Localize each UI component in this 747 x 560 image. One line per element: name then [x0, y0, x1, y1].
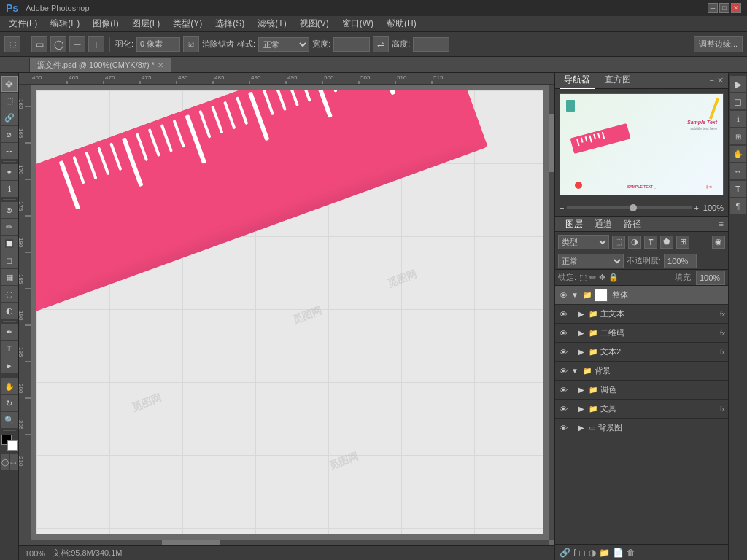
- screen-mode-button[interactable]: ▭: [10, 454, 18, 470]
- layer-expand-6[interactable]: ▶: [578, 386, 584, 394]
- background-color[interactable]: [7, 440, 18, 451]
- info-tool[interactable]: ℹ: [1, 181, 18, 197]
- tab-close-button[interactable]: ✕: [158, 61, 163, 69]
- document-canvas[interactable]: 觅图网 觅图网 觅图网 觅图网 觅图网 觅图网: [31, 85, 549, 540]
- eraser-tool[interactable]: ◻: [1, 252, 18, 268]
- vertical-scroll-thumb[interactable]: [549, 114, 554, 172]
- width-input[interactable]: [333, 37, 370, 52]
- style-select[interactable]: 正常 固定比例 固定大小: [258, 37, 309, 52]
- ellipse-select-icon[interactable]: ◯: [50, 36, 66, 52]
- color-swatches[interactable]: [1, 435, 18, 451]
- layer-expand-1[interactable]: ▼: [571, 291, 578, 299]
- layer-delete-icon[interactable]: 🗑: [627, 548, 635, 558]
- right-icon-2[interactable]: ◻: [730, 93, 746, 109]
- layer-new-icon[interactable]: 📄: [613, 548, 624, 558]
- layer-visibility-5[interactable]: 👁: [558, 366, 568, 376]
- spot-heal-tool[interactable]: ⊗: [1, 202, 18, 218]
- layer-visibility-6[interactable]: 👁: [558, 385, 568, 395]
- rect-select-icon[interactable]: ▭: [31, 36, 47, 52]
- menu-edit[interactable]: 编辑(E): [44, 16, 85, 31]
- lasso-tool[interactable]: 🔗: [1, 109, 18, 125]
- opacity-input[interactable]: [664, 254, 697, 268]
- nav-box-overlay[interactable]: [562, 96, 721, 193]
- filter-type-select[interactable]: 类型 名称 效果 模式 属性 颜色: [558, 235, 609, 249]
- type-tool[interactable]: T: [1, 341, 18, 357]
- layer-visibility-8[interactable]: 👁: [558, 423, 568, 433]
- move-tool[interactable]: ✥: [1, 76, 18, 92]
- layer-item-5[interactable]: 👁 ▼ 📁 背景: [555, 362, 728, 381]
- layer-group-icon[interactable]: 📁: [599, 548, 610, 558]
- feather-input[interactable]: [136, 37, 180, 52]
- document-tab[interactable]: 源文件.psd @ 100%(CMYK/8#) * ✕: [29, 58, 171, 72]
- layer-visibility-4[interactable]: 👁: [558, 347, 568, 357]
- gradient-tool[interactable]: ▦: [1, 269, 18, 285]
- blur-tool[interactable]: ◌: [1, 286, 18, 302]
- anti-alias-checkbox[interactable]: ☑: [183, 36, 199, 52]
- layer-visibility-2[interactable]: 👁: [558, 309, 568, 319]
- right-icon-5[interactable]: ✋: [730, 146, 746, 162]
- layer-mask-icon[interactable]: ◻: [578, 548, 586, 558]
- tab-navigator[interactable]: 导航器: [560, 72, 595, 89]
- menu-layer[interactable]: 图层(L): [126, 16, 166, 31]
- zoom-out-icon[interactable]: −: [560, 203, 564, 212]
- lock-transparent-icon[interactable]: ⬚: [579, 273, 587, 282]
- eyedropper-tool[interactable]: ✦: [1, 164, 18, 180]
- layer-expand-7[interactable]: ▶: [578, 405, 584, 413]
- filter-adjust-icon[interactable]: ◑: [628, 236, 641, 249]
- layer-expand-3[interactable]: ▶: [578, 329, 584, 337]
- zoom-slider[interactable]: [567, 206, 691, 209]
- lock-all-icon[interactable]: 🔒: [608, 273, 619, 282]
- path-select-tool[interactable]: ▸: [1, 357, 18, 373]
- layer-item-2[interactable]: 👁 ▶ 📁 主文本 fx: [555, 305, 728, 324]
- right-icon-6[interactable]: ↔: [730, 163, 746, 179]
- zoom-slider-thumb[interactable]: [630, 204, 637, 211]
- tab-layers[interactable]: 图层: [560, 217, 589, 232]
- layer-item-3[interactable]: 👁 ▶ 📁 二维码 fx: [555, 324, 728, 343]
- filter-smart-icon[interactable]: ⊞: [676, 236, 689, 249]
- right-icon-1[interactable]: ▶: [730, 76, 746, 92]
- menu-type[interactable]: 类型(Y): [167, 16, 208, 31]
- crop-tool[interactable]: ⊹: [1, 143, 18, 159]
- lock-image-icon[interactable]: ✏: [589, 273, 596, 282]
- canvas-viewport[interactable]: 160 165 170 175 180 185 190 195: [19, 85, 554, 545]
- layer-expand-2[interactable]: ▶: [578, 310, 584, 318]
- stamp-tool[interactable]: 🔲: [1, 236, 18, 252]
- panel-close-icon[interactable]: ✕: [717, 76, 724, 85]
- menu-view[interactable]: 视图(V): [294, 16, 335, 31]
- layer-item-1[interactable]: 👁 ▼ 📁 整体: [555, 286, 728, 305]
- quick-select-tool[interactable]: ⌀: [1, 126, 18, 142]
- zoom-in-icon[interactable]: +: [694, 203, 699, 212]
- layer-item-6[interactable]: 👁 ▶ 📁 调色: [555, 381, 728, 400]
- hand-tool[interactable]: ✋: [1, 378, 18, 394]
- menu-filter[interactable]: 滤镜(T): [252, 16, 292, 31]
- layer-item-4[interactable]: 👁 ▶ 📁 文本2 fx: [555, 343, 728, 362]
- layer-expand-5[interactable]: ▼: [571, 367, 578, 375]
- menu-file[interactable]: 文件(F): [3, 16, 43, 31]
- lock-position-icon[interactable]: ✥: [599, 273, 605, 282]
- layer-link-icon[interactable]: 🔗: [560, 548, 570, 558]
- blend-mode-select[interactable]: 正常 溶解 变暗 正片叠底 颜色加深: [558, 254, 624, 268]
- single-col-icon[interactable]: |: [88, 36, 104, 52]
- layer-visibility-3[interactable]: 👁: [558, 328, 568, 338]
- minimize-button[interactable]: ─: [708, 3, 718, 13]
- marquee-tool[interactable]: ⬚: [1, 93, 18, 109]
- panel-menu-icon[interactable]: ≡: [710, 76, 714, 85]
- height-input[interactable]: [413, 37, 449, 52]
- tab-histogram[interactable]: 直方图: [600, 72, 635, 89]
- layers-menu-icon[interactable]: ≡: [719, 219, 724, 228]
- window-controls[interactable]: ─ □ ✕: [708, 3, 741, 13]
- menu-select[interactable]: 选择(S): [209, 16, 250, 31]
- filter-type-icon[interactable]: T: [644, 236, 657, 249]
- single-row-icon[interactable]: —: [69, 36, 85, 52]
- maximize-button[interactable]: □: [719, 3, 729, 13]
- layer-item-7[interactable]: 👁 ▶ 📁 文具 fx: [555, 400, 728, 419]
- dodge-tool[interactable]: ◐: [1, 303, 18, 319]
- tab-paths[interactable]: 路径: [618, 217, 647, 232]
- right-icon-4[interactable]: ⊞: [730, 128, 746, 144]
- layer-adjust-icon[interactable]: ◑: [589, 548, 596, 558]
- close-button[interactable]: ✕: [731, 3, 741, 13]
- rotate-view-tool[interactable]: ↻: [1, 395, 18, 411]
- fill-input[interactable]: [696, 271, 725, 285]
- filter-toggle-icon[interactable]: ◉: [712, 236, 725, 249]
- filter-shape-icon[interactable]: ⬟: [660, 236, 673, 249]
